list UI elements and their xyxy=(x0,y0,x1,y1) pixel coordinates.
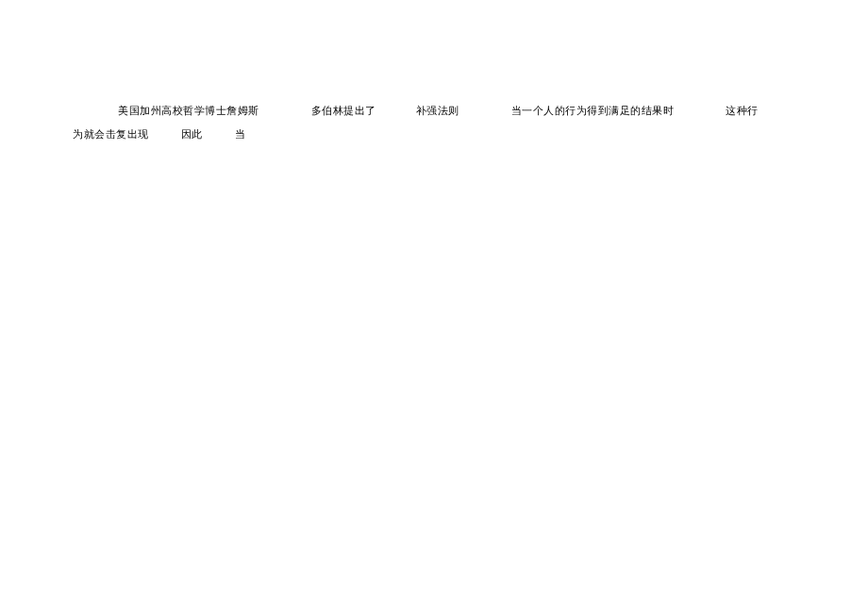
text-segment: 为就会击复出现 xyxy=(73,128,149,140)
document-body: 美国加州高校哲学博士詹姆斯多伯林提出了补强法则当一个人的行为得到满足的结果时这种… xyxy=(73,99,821,146)
text-segment: 因此 xyxy=(181,128,203,140)
text-segment: 多伯林提出了 xyxy=(311,105,376,116)
text-segment: 当 xyxy=(235,128,246,140)
text-segment: 当一个人的行为得到满足的结果时 xyxy=(511,105,675,116)
text-segment: 这种行 xyxy=(726,105,759,116)
text-segment: 美国加州高校哲学博士詹姆斯 xyxy=(118,105,259,116)
text-segment: 补强法则 xyxy=(416,105,459,116)
